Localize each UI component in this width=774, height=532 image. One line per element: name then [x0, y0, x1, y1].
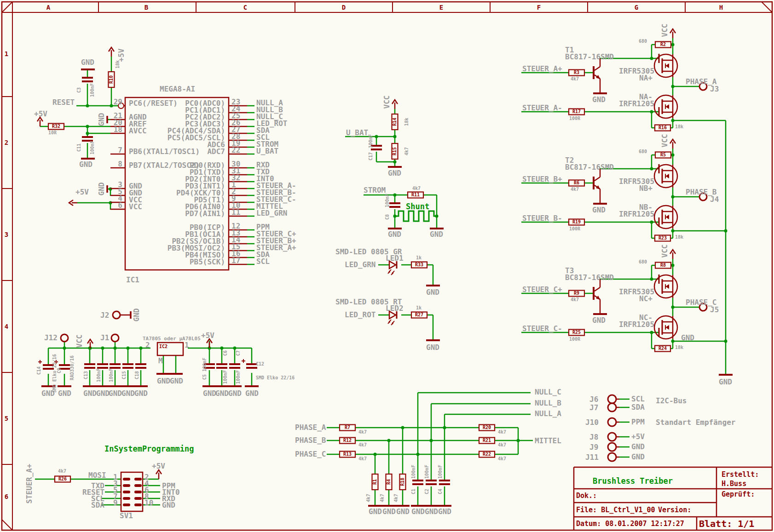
ic2-m: M — [158, 357, 163, 365]
tb-author: H.Buss — [722, 481, 746, 487]
frame-bevel — [762, 2, 772, 12]
gnd-j9-label: GND — [631, 443, 645, 451]
junction-dot — [63, 347, 66, 350]
c2-value: 100nF — [425, 465, 429, 479]
stage-t3-r-pulldown: R24 — [658, 346, 667, 351]
frame-column-G: G — [635, 4, 638, 11]
ic2-pin2: 2 — [145, 342, 150, 349]
ic1-pin-number: 17 — [231, 257, 240, 264]
stage-t1-pad: J3 — [710, 86, 719, 93]
capacitor — [426, 483, 437, 485]
stage-t3-pad: J5 — [710, 306, 719, 314]
shunt-resistor — [395, 211, 437, 221]
stage-t3-r-gate: R25 — [572, 330, 581, 335]
gnd-shunt2-label: GND — [430, 231, 443, 238]
c14-ref: C14 — [37, 366, 41, 375]
r15-ref: R15 — [393, 147, 397, 155]
gnd-divider-label: GND — [388, 170, 401, 177]
ic1-pin-label: ADC7 — [207, 148, 225, 155]
ic1-pin-label: PB5(SCK) — [190, 258, 225, 266]
gnd-c9-label: GND — [58, 390, 71, 397]
junction-dot — [650, 167, 653, 171]
junction-dot — [387, 439, 391, 442]
r22-ref: R22 — [483, 452, 491, 457]
c5-value: 100nF — [202, 358, 207, 372]
gnd-j2-label: GND — [133, 309, 140, 322]
junction-dot — [671, 195, 675, 199]
strom-label: STROM — [364, 187, 386, 194]
junction-dot — [671, 340, 675, 343]
r1-value: 4k7 — [366, 494, 371, 502]
frame-column-E: E — [439, 4, 443, 11]
frame-row-4: 4 — [5, 323, 8, 330]
c18-ref: C18 — [135, 371, 139, 379]
r27-value: 1k — [416, 306, 422, 310]
stage-t1-r-base: R3 — [574, 70, 579, 75]
c7-value: 100nF — [236, 370, 241, 384]
j9-label: J9 — [589, 444, 598, 451]
r14-value: 18k — [404, 118, 409, 126]
p-mosfet — [665, 174, 669, 178]
reset-label: RESET — [52, 99, 75, 106]
j8-label: J8 — [589, 434, 598, 441]
frame-column-D: D — [342, 4, 346, 11]
gnd-rail8-label: GND — [228, 390, 242, 397]
junction-dot — [517, 439, 520, 442]
npn-transistor — [595, 287, 600, 291]
junction-dot — [375, 135, 378, 138]
tb-title: Brushless Treiber — [593, 477, 673, 485]
gnd-c1-label: GND — [411, 508, 425, 515]
frame-column-A: A — [46, 4, 50, 11]
r18-ref: R18 — [400, 478, 405, 486]
ic1-pin-number: 6 — [118, 202, 122, 209]
tb-blatt: Blatt: 1/1 — [699, 519, 754, 528]
stage-t2-r-gate-val: 100R — [569, 227, 580, 231]
stage-t2-node-plus: NB+ — [639, 185, 653, 192]
junction-dot — [724, 229, 728, 233]
c15-ref: C15 — [122, 371, 127, 379]
r32-value: 10R — [48, 131, 57, 135]
capacitor — [412, 480, 423, 481]
r13-value: 4k7 — [358, 457, 367, 461]
junction-dot — [139, 347, 143, 350]
ic1-ref: IC1 — [126, 276, 139, 284]
stage-t3-fet-minus: IRFR1205 — [619, 321, 654, 328]
pad-circle — [113, 311, 120, 319]
frame-column-B: B — [144, 4, 148, 11]
c17-value: 100nF — [369, 134, 373, 148]
r12-ref: R12 — [343, 438, 352, 443]
j2-label: J2 — [100, 312, 109, 319]
capacitor — [82, 136, 93, 138]
capacitor — [246, 367, 257, 369]
i2c-bus-label: I2C-Bus — [656, 397, 687, 405]
c13-value: 100nF — [97, 368, 101, 382]
capacitor — [110, 363, 121, 365]
junction-dot — [401, 426, 404, 429]
r7-ref: R7 — [345, 425, 350, 430]
junction-dot — [393, 194, 397, 197]
frame-row-2: 2 — [5, 139, 8, 146]
frame-row-6: 6 — [5, 493, 8, 500]
frame-row-3: 3 — [5, 231, 8, 238]
stage-t1-vcc: VCC — [661, 24, 669, 37]
net-label-u_bat: U_BAT — [256, 148, 278, 155]
null-a-label: NULL_A — [535, 410, 561, 418]
c11-value: 100nF — [90, 141, 95, 154]
sv1-pad — [123, 484, 130, 487]
junction-dot — [671, 229, 675, 233]
null-c-label: NULL_C — [535, 389, 561, 396]
ic1-pin-number: 18 — [114, 126, 122, 133]
ic1-pin-number: 22 — [231, 147, 240, 154]
junction-dot — [650, 110, 653, 114]
gnd-rail1-label: GND — [83, 390, 97, 397]
ic1-pin-number: 7 — [118, 147, 122, 154]
capacitor — [216, 367, 227, 369]
frame-column-F: F — [537, 4, 541, 11]
stage-t3-r-pull-val: 680 — [639, 260, 647, 264]
c15-value: 100nF — [109, 368, 114, 382]
led1-ref: LED1 — [386, 255, 404, 262]
j6-label: J6 — [589, 396, 598, 403]
capacitor — [439, 483, 450, 485]
pad-circle — [608, 418, 616, 426]
capacitor — [84, 367, 95, 369]
